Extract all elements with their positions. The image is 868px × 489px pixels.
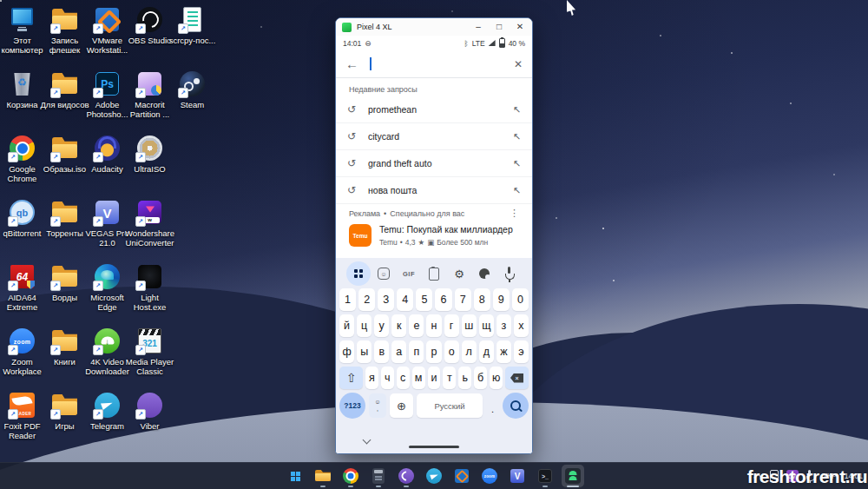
recent-query-row[interactable]: ↺promethean↖ — [336, 96, 532, 123]
key-8[interactable]: 8 — [474, 288, 490, 311]
key-о[interactable]: о — [444, 340, 459, 363]
taskbar-chrome[interactable] — [339, 465, 362, 487]
key-з[interactable]: з — [496, 314, 511, 337]
taskbar-telegram[interactable] — [423, 465, 445, 487]
window-titlebar[interactable]: Pixel 4 XL – □ ✕ — [336, 18, 532, 36]
key-п[interactable]: п — [409, 340, 424, 363]
desktop-icon-запись-флешек[interactable]: ↗Запись флешек — [43, 5, 86, 69]
taskbar-vegas-pro[interactable]: V — [506, 465, 529, 487]
desktop-icon-ultraiso[interactable]: ↗UltraISO — [128, 134, 171, 198]
desktop-icon-telegram[interactable]: ↗Telegram — [86, 391, 128, 455]
key-т[interactable]: т — [443, 367, 456, 389]
key-л[interactable]: л — [462, 340, 477, 363]
key-я[interactable]: я — [365, 367, 378, 389]
space-key[interactable]: Русский — [417, 393, 483, 418]
key-с[interactable]: с — [397, 367, 410, 389]
key-5[interactable]: 5 — [416, 288, 432, 311]
hide-keyboard-icon[interactable] — [363, 436, 372, 445]
ad-item-temu[interactable]: Temu Temu: Покупай как миллиардер Temu •… — [336, 222, 532, 247]
desktop-icon-vmware-workstati[interactable]: ↗VMware Workstati... — [86, 5, 128, 69]
desktop-icon-4k-video-downloader[interactable]: ↓↗4K Video Downloader — [86, 327, 128, 391]
key-р[interactable]: р — [426, 340, 441, 363]
insert-query-icon[interactable]: ↖ — [513, 158, 521, 169]
taskbar-file-explorer[interactable] — [312, 465, 334, 487]
desktop-icon-торренты[interactable]: ↗Торренты — [43, 198, 86, 262]
close-button[interactable]: ✕ — [510, 18, 530, 36]
desktop-icon-для-видосов[interactable]: ↗Для видосов — [43, 69, 86, 134]
desktop-icon-obs-studio[interactable]: ↗OBS Studio — [128, 5, 171, 69]
clipboard-icon[interactable] — [422, 262, 446, 285]
gif-icon[interactable]: GIF — [397, 262, 421, 285]
key-х[interactable]: х — [514, 314, 529, 337]
desktop-icon-qbittorrent[interactable]: qb↗qBittorrent — [1, 198, 43, 262]
taskbar-scrcpy[interactable] — [562, 465, 584, 487]
desktop-icon-zoom-workplace[interactable]: zoom↗Zoom Workplace — [1, 327, 43, 391]
desktop-icon-adobe-photosho[interactable]: Ps↗Adobe Photosho... — [86, 69, 128, 134]
search-bar[interactable]: ← ✕ — [336, 50, 532, 78]
key-д[interactable]: д — [479, 340, 494, 363]
key-ы[interactable]: ы — [357, 340, 372, 363]
back-icon[interactable]: ← — [345, 56, 358, 71]
key-3[interactable]: 3 — [378, 288, 394, 311]
globe-key[interactable]: ⊕ — [390, 393, 413, 418]
desktop-icon-google-chrome[interactable]: ↗Google Chrome — [1, 134, 43, 198]
desktop-icon-viber[interactable]: ↗Viber — [128, 391, 171, 455]
maximize-button[interactable]: □ — [489, 18, 510, 36]
mic-icon[interactable] — [497, 262, 522, 285]
key-ш[interactable]: ш — [462, 314, 477, 337]
key-2[interactable]: 2 — [358, 288, 375, 311]
desktop-icon-media-player-classic[interactable]: 321↗Media Player Classic — [128, 327, 171, 391]
desktop-icon-macrorit-partition[interactable]: ↗Macrorit Partition ... — [128, 69, 171, 134]
minimize-button[interactable]: – — [468, 18, 489, 36]
key-7[interactable]: 7 — [455, 288, 471, 311]
desktop-icon-игры[interactable]: ↗Игры — [43, 391, 86, 455]
desktop-icon-книги[interactable]: ↗Книги — [43, 327, 86, 391]
key-1[interactable]: 1 — [339, 288, 356, 311]
period-key[interactable]: . — [486, 393, 499, 418]
gesture-pill[interactable] — [409, 446, 459, 448]
shift-key[interactable]: ⇧ — [339, 367, 363, 389]
taskbar-vmware[interactable] — [450, 465, 473, 487]
emoji-key[interactable]: ☺ , — [369, 393, 386, 418]
key-ц[interactable]: ц — [357, 314, 372, 337]
key-у[interactable]: у — [374, 314, 389, 337]
taskbar-calculator[interactable] — [367, 465, 390, 487]
key-э[interactable]: э — [514, 340, 529, 363]
desktop-icon-microsoft-edge[interactable]: ↗Microsoft Edge — [86, 262, 128, 327]
theme-icon[interactable] — [472, 262, 496, 285]
key-0[interactable]: 0 — [512, 288, 529, 311]
insert-query-icon[interactable]: ↖ — [513, 104, 521, 116]
insert-query-icon[interactable]: ↖ — [513, 185, 521, 196]
desktop-icon-образы-iso[interactable]: ↗Образы.iso — [43, 134, 86, 198]
key-ч[interactable]: ч — [381, 367, 394, 389]
key-а[interactable]: а — [391, 340, 406, 363]
key-ю[interactable]: ю — [490, 367, 503, 389]
sticker-icon[interactable]: ☺ — [372, 262, 396, 285]
key-й[interactable]: й — [339, 314, 354, 337]
symbols-key[interactable]: ?123 — [339, 393, 365, 419]
key-9[interactable]: 9 — [493, 288, 510, 311]
desktop-icon-aida64-extreme[interactable]: 64↗AIDA64 Extreme — [1, 262, 43, 327]
settings-icon[interactable]: ⚙ — [447, 262, 471, 285]
desktop-icon-scrcpy-пос[interactable]: ↗scrcpy-пос... — [171, 5, 214, 69]
backspace-key[interactable]: × — [505, 367, 529, 389]
key-н[interactable]: н — [426, 314, 441, 337]
key-б[interactable]: б — [474, 367, 487, 389]
key-щ[interactable]: щ — [479, 314, 494, 337]
key-ж[interactable]: ж — [496, 340, 511, 363]
desktop-icon-audacity[interactable]: ↗Audacity — [86, 134, 128, 198]
desktop-icon-light-host-exe[interactable]: ↗Light Host.exe — [128, 262, 171, 327]
taskbar-start[interactable] — [284, 465, 306, 487]
key-м[interactable]: м — [412, 367, 425, 389]
desktop-icon-этот-компьютер[interactable]: Этот компьютер — [1, 5, 43, 69]
desktop-icon-steam[interactable]: ↗Steam — [171, 69, 214, 134]
desktop-icon-ворды[interactable]: ↗Ворды — [43, 262, 86, 327]
taskbar-viber[interactable] — [395, 465, 418, 487]
grid-menu-icon[interactable] — [346, 261, 371, 286]
taskbar-zoom[interactable]: zoom — [478, 465, 501, 487]
kebab-menu-icon[interactable]: ⋮ — [510, 208, 519, 219]
key-и[interactable]: и — [428, 367, 441, 389]
taskbar-terminal[interactable]: >_ — [534, 465, 556, 487]
key-6[interactable]: 6 — [435, 288, 451, 311]
key-ф[interactable]: ф — [339, 340, 354, 363]
